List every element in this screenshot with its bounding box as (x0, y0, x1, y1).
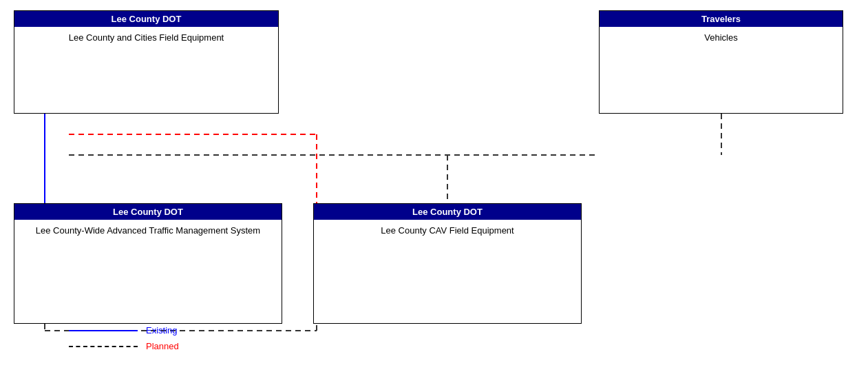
box-lee-field: Lee County DOT Lee County and Cities Fie… (14, 10, 279, 114)
atms-body: Lee County-Wide Advanced Traffic Managem… (14, 220, 282, 241)
box-cav: Lee County DOT Lee County CAV Field Equi… (313, 203, 582, 324)
legend: Existing Planned (69, 325, 179, 351)
planned-line-icon (69, 346, 138, 347)
atms-header: Lee County DOT (14, 204, 282, 220)
existing-line-icon (69, 330, 138, 331)
lee-field-header: Lee County DOT (14, 11, 278, 27)
existing-label: Existing (146, 325, 178, 335)
planned-label: Planned (146, 341, 179, 351)
lee-field-body: Lee County and Cities Field Equipment (14, 27, 278, 48)
travelers-body: Vehicles (600, 27, 843, 48)
cav-body: Lee County CAV Field Equipment (314, 220, 581, 241)
legend-planned: Planned (69, 341, 179, 351)
box-travelers: Travelers Vehicles (599, 10, 843, 114)
legend-existing: Existing (69, 325, 179, 335)
box-atms: Lee County DOT Lee County-Wide Advanced … (14, 203, 282, 324)
diagram-container: Lee County DOT Lee County and Cities Fie… (0, 0, 868, 372)
cav-header: Lee County DOT (314, 204, 581, 220)
travelers-header: Travelers (600, 11, 843, 27)
